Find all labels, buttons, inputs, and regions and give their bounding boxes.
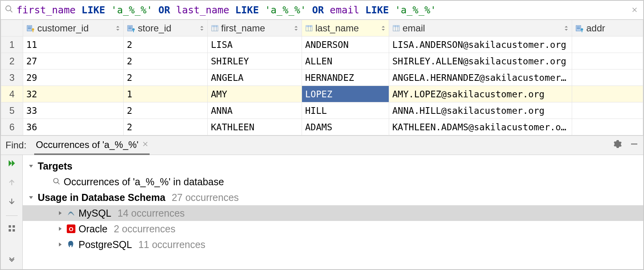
row-number-cell[interactable]: 2 — [1, 53, 23, 69]
svg-rect-15 — [212, 26, 218, 27]
cell-first-name[interactable]: LISA — [208, 36, 302, 53]
cell-last-name[interactable]: LOPEZ — [302, 86, 389, 102]
cell-last-name[interactable]: ADAMS — [302, 119, 389, 135]
svg-rect-37 — [13, 229, 15, 232]
svg-rect-11 — [128, 28, 132, 29]
tree-node-db[interactable]: OOracle2 occurrences — [23, 221, 643, 237]
table-row[interactable]: 6362KATHLEENADAMSKATHLEEN.ADAMS@sakilacu… — [1, 119, 643, 135]
find-panel-body: Targets Occurrences of 'a_%_%' in databa… — [1, 155, 643, 269]
rerun-icon[interactable] — [7, 159, 16, 170]
cell-customer-id[interactable]: 29 — [23, 69, 124, 86]
tree-node-targets[interactable]: Targets — [23, 158, 643, 174]
cell-customer-id[interactable]: 27 — [23, 53, 124, 69]
row-number-header[interactable] — [1, 20, 23, 36]
tree-node-db[interactable]: PostgreSQL11 occurrences — [23, 237, 643, 252]
cell-address[interactable] — [572, 86, 643, 102]
cell-store-id[interactable]: 2 — [124, 69, 208, 86]
table-row[interactable]: 5332ANNAHILLANNA.HILL@sakilacustomer.org — [1, 102, 643, 119]
row-number-cell[interactable]: 6 — [1, 119, 23, 135]
table-column-icon — [305, 24, 313, 32]
postgres-icon — [67, 240, 75, 249]
foreign-key-icon — [575, 24, 584, 33]
cell-customer-id[interactable]: 36 — [23, 119, 124, 135]
filter-bar[interactable]: first_name LIKE 'a_%_%' OR last_name LIK… — [1, 1, 643, 20]
tree-node-db[interactable]: MySQL14 occurrences — [23, 205, 643, 221]
cell-address[interactable] — [572, 36, 643, 53]
cell-first-name[interactable]: ANNA — [208, 102, 302, 119]
table-row[interactable]: 1112LISAANDERSONLISA.ANDERSON@sakilacust… — [1, 36, 643, 53]
row-number-cell[interactable]: 3 — [1, 69, 23, 86]
cell-email[interactable]: KATHLEEN.ADAMS@sakilacustomer.org — [389, 119, 572, 135]
column-header-last-name[interactable]: last_name — [302, 20, 389, 36]
table-row[interactable]: 3292ANGELAHERNANDEZANGELA.HERNANDEZ@saki… — [1, 69, 643, 86]
svg-rect-36 — [9, 229, 11, 232]
close-icon[interactable] — [143, 140, 148, 149]
group-by-icon[interactable] — [8, 224, 16, 235]
filter-expression[interactable]: first_name LIKE 'a_%_%' OR last_name LIK… — [16, 4, 627, 16]
ide-window: first_name LIKE 'a_%_%' OR last_name LIK… — [0, 0, 644, 270]
row-number-cell[interactable]: 4 — [1, 86, 23, 102]
cell-store-id[interactable]: 1 — [124, 86, 208, 102]
arrow-up-icon[interactable] — [8, 178, 16, 189]
cell-customer-id[interactable]: 32 — [23, 86, 124, 102]
cell-address[interactable] — [572, 119, 643, 135]
oracle-icon: O — [67, 224, 75, 233]
gear-icon[interactable] — [613, 140, 622, 151]
cell-first-name[interactable]: SHIRLEY — [208, 53, 302, 69]
cell-first-name[interactable]: ANGELA — [208, 69, 302, 86]
cell-customer-id[interactable]: 33 — [23, 102, 124, 119]
chevron-right-icon — [57, 211, 64, 215]
cell-store-id[interactable]: 2 — [124, 102, 208, 119]
row-number-cell[interactable]: 1 — [1, 36, 23, 53]
column-header-first-name[interactable]: first_name — [208, 20, 302, 36]
sort-indicator[interactable] — [115, 25, 120, 32]
cell-store-id[interactable]: 2 — [124, 119, 208, 135]
cell-email[interactable]: ANNA.HILL@sakilacustomer.org — [389, 102, 572, 119]
sort-indicator[interactable] — [381, 25, 386, 32]
arrow-down-icon[interactable] — [8, 197, 16, 208]
cell-email[interactable]: ANGELA.HERNANDEZ@sakilacustomer.… — [389, 69, 572, 86]
tree-node-usage[interactable]: Usage in Database Schema 27 occurrences — [23, 190, 643, 205]
more-icon[interactable] — [8, 254, 16, 265]
minimize-icon[interactable] — [630, 140, 639, 151]
column-header-email[interactable]: email — [389, 20, 572, 36]
column-header-address[interactable]: addr — [572, 20, 643, 36]
cell-email[interactable]: LISA.ANDERSON@sakilacustomer.org — [389, 36, 572, 53]
svg-rect-19 — [306, 26, 312, 27]
column-header-customer-id[interactable]: customer_id — [23, 20, 124, 36]
cell-first-name[interactable]: AMY — [208, 86, 302, 102]
svg-rect-10 — [128, 27, 132, 27]
db-name: MySQL — [79, 208, 111, 219]
cell-store-id[interactable]: 2 — [124, 36, 208, 53]
find-label: Find: — [5, 140, 26, 151]
svg-rect-6 — [28, 28, 31, 29]
cell-customer-id[interactable]: 11 — [23, 36, 124, 53]
svg-point-38 — [54, 178, 59, 183]
sort-indicator[interactable] — [199, 25, 204, 32]
sort-indicator[interactable] — [564, 25, 569, 32]
close-icon[interactable] — [630, 5, 639, 15]
column-header-store-id[interactable]: store_id — [124, 20, 208, 36]
cell-address[interactable] — [572, 102, 643, 119]
cell-first-name[interactable]: KATHLEEN — [208, 119, 302, 135]
cell-email[interactable]: AMY.LOPEZ@sakilacustomer.org — [389, 86, 572, 102]
svg-rect-23 — [393, 26, 399, 27]
tree-node-targets-detail[interactable]: Occurrences of 'a_%_%' in database — [23, 174, 643, 190]
cell-last-name[interactable]: ALLEN — [302, 53, 389, 69]
find-toolbar — [1, 155, 23, 269]
table-row[interactable]: 4321AMYLOPEZAMY.LOPEZ@sakilacustomer.org — [1, 86, 643, 102]
table-row[interactable]: 2272SHIRLEYALLENSHIRLEY.ALLEN@sakilacust… — [1, 53, 643, 69]
cell-store-id[interactable]: 2 — [124, 53, 208, 69]
cell-last-name[interactable]: HERNANDEZ — [302, 69, 389, 86]
row-number-cell[interactable]: 5 — [1, 102, 23, 119]
cell-email[interactable]: SHIRLEY.ALLEN@sakilacustomer.org — [389, 53, 572, 69]
cell-last-name[interactable]: HILL — [302, 102, 389, 119]
find-tab-label: Occurrences of 'a_%_%' — [36, 139, 138, 150]
sort-indicator[interactable] — [294, 25, 298, 32]
cell-address[interactable] — [572, 69, 643, 86]
cell-last-name[interactable]: ANDERSON — [302, 36, 389, 53]
find-results-tree[interactable]: Targets Occurrences of 'a_%_%' in databa… — [23, 155, 643, 269]
find-tab[interactable]: Occurrences of 'a_%_%' — [34, 136, 149, 155]
data-grid[interactable]: customer_id store_id — [1, 20, 643, 135]
cell-address[interactable] — [572, 53, 643, 69]
